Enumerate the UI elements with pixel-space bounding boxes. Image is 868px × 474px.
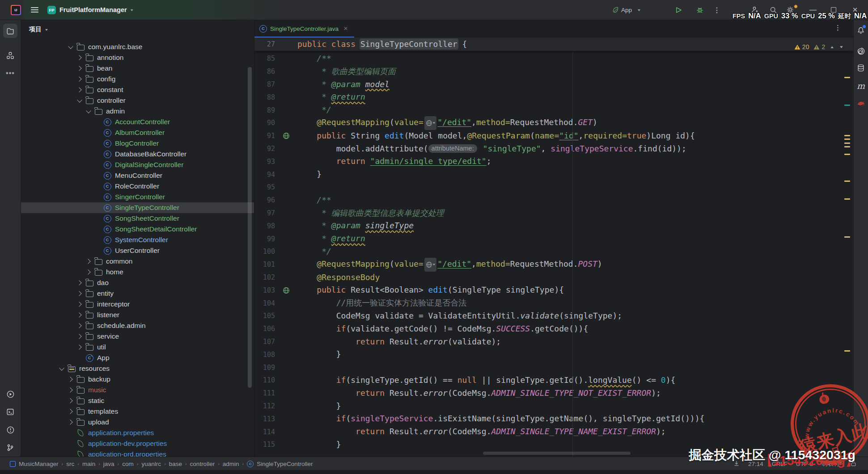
code-line[interactable]: 104 //用统一验证实体方法验证是否合法: [254, 297, 854, 310]
code-line[interactable]: 86 * 歌曲类型编辑页面: [254, 65, 854, 78]
chevron-collapsed-icon[interactable]: [76, 312, 81, 317]
line-number[interactable]: 107: [254, 338, 275, 346]
line-number[interactable]: 27: [254, 40, 275, 48]
line-number[interactable]: 101: [254, 260, 275, 268]
error-stripe-mark[interactable]: [844, 236, 850, 238]
chevron-expanded-icon[interactable]: [86, 108, 91, 113]
tree-item-entity[interactable]: entity: [21, 288, 254, 299]
run-configuration-widget[interactable]: App ▼: [606, 0, 647, 20]
endpoint-globe-icon[interactable]: [275, 132, 297, 139]
chevron-collapsed-icon[interactable]: [68, 409, 72, 414]
line-number[interactable]: 87: [254, 80, 275, 88]
endpoint-globe-icon[interactable]: [275, 287, 297, 294]
tree-item-application-prd-properties[interactable]: application-prd.properties: [21, 449, 254, 457]
line-number[interactable]: 94: [254, 171, 275, 179]
debug-button[interactable]: [693, 0, 707, 20]
code-line[interactable]: 105 CodeMsg validate = ValidateEntityUti…: [254, 310, 854, 323]
line-number[interactable]: 109: [254, 364, 275, 372]
tab-singletypecontroller[interactable]: SingleTypeController.java ✕: [254, 20, 354, 38]
line-number[interactable]: 108: [254, 351, 275, 359]
tree-item-digitalsinglecontroller[interactable]: DigitalSingleController: [21, 159, 254, 170]
main-menu-icon[interactable]: [31, 7, 38, 13]
line-number[interactable]: 105: [254, 312, 275, 320]
tab-close-icon[interactable]: ✕: [343, 25, 348, 32]
chevron-collapsed-icon[interactable]: [68, 377, 72, 382]
code-line[interactable]: 89 */: [254, 104, 854, 117]
chevron-collapsed-icon[interactable]: [76, 291, 81, 296]
line-number[interactable]: 88: [254, 93, 275, 101]
tree-item-singletypecontroller[interactable]: SingleTypeController: [21, 202, 254, 213]
code-line[interactable]: 96 /**: [254, 194, 854, 207]
breadcrumb-item[interactable]: com: [122, 461, 134, 467]
tree-item-util[interactable]: util: [21, 342, 254, 352]
error-stripe-mark[interactable]: [844, 198, 850, 200]
tree-item-music[interactable]: music: [21, 385, 254, 395]
weak-war­nings-count[interactable]: 2: [813, 43, 825, 50]
tree-item-systemcontroller[interactable]: SystemController: [21, 235, 254, 245]
sticky-code-line[interactable]: 27public class SingleTypeController {: [254, 38, 467, 51]
inspections-widget[interactable]: 20 2 ▲ ▼: [794, 43, 844, 50]
code-line[interactable]: 85 /**: [254, 52, 854, 65]
code-line[interactable]: 95: [254, 181, 854, 194]
error-stripe-mark[interactable]: [844, 138, 850, 140]
tree-item-listener[interactable]: listener: [21, 310, 254, 320]
project-panel-title[interactable]: 项目: [29, 25, 42, 34]
code-line[interactable]: 114 return Result.error(CodeMsg.ADMIN_SI…: [254, 425, 854, 438]
horizontal-scrollbar[interactable]: [483, 452, 631, 455]
line-number[interactable]: 100: [254, 247, 275, 256]
code-line[interactable]: 113 if(singleTypeService.isExistName(sin…: [254, 412, 854, 425]
code-line[interactable]: 87 * @param model: [254, 78, 854, 91]
more-actions-icon[interactable]: ⋮: [711, 0, 723, 20]
terminal-tool-icon[interactable]: [3, 405, 17, 419]
line-number[interactable]: 85: [254, 55, 275, 63]
git-tool-icon[interactable]: [3, 440, 17, 455]
breadcrumb-item[interactable]: java: [103, 461, 114, 467]
warnings-count[interactable]: 20: [794, 43, 809, 50]
line-number[interactable]: 115: [254, 440, 275, 449]
tree-item-blogcontroller[interactable]: BlogController: [21, 138, 254, 149]
code-line[interactable]: 94 }: [254, 168, 854, 181]
code-line[interactable]: 107 return Result.error(validate);: [254, 336, 854, 348]
tree-item-bean[interactable]: bean: [21, 63, 254, 74]
line-number[interactable]: 95: [254, 183, 275, 191]
code-line[interactable]: 98 * @param singleType: [254, 219, 854, 232]
breadcrumb-item[interactable]: MusicManager: [19, 461, 59, 467]
tree-scrollbar[interactable]: [248, 67, 252, 388]
tree-item-albumcontroller[interactable]: AlbumController: [21, 127, 254, 138]
error-stripe-mark[interactable]: [844, 154, 850, 155]
chevron-collapsed-icon[interactable]: [68, 398, 72, 403]
url-inlay-globe-icon[interactable]: ▼: [424, 258, 436, 272]
tree-item-songsheetcontroller[interactable]: SongSheetController: [21, 213, 254, 224]
line-number[interactable]: 86: [254, 67, 275, 76]
line-number[interactable]: 110: [254, 376, 275, 384]
breadcrumb-item[interactable]: yuanlrc: [141, 461, 161, 467]
tree-item-home[interactable]: home: [21, 267, 254, 277]
tab-list-icon[interactable]: ⋮: [834, 24, 841, 32]
chevron-collapsed-icon[interactable]: [76, 323, 81, 328]
tree-item-menucontroller[interactable]: MenuController: [21, 170, 254, 181]
chevron-expanded-icon[interactable]: [59, 365, 64, 370]
chevron-collapsed-icon[interactable]: [76, 55, 81, 60]
tree-item-templates[interactable]: templates: [21, 406, 254, 417]
error-stripe-mark[interactable]: [844, 180, 850, 182]
chevron-collapsed-icon[interactable]: [76, 334, 81, 339]
tree-item-static[interactable]: static: [21, 395, 254, 406]
code-line[interactable]: 111 return Result.error(CodeMsg.ADMIN_SI…: [254, 387, 854, 400]
maven-icon[interactable]: m: [854, 79, 868, 93]
code-line[interactable]: 90 @RequestMapping(value=▼"/edit",method…: [254, 117, 854, 130]
chevron-expanded-icon[interactable]: [77, 97, 82, 102]
code-line[interactable]: 108 }: [254, 348, 854, 361]
tree-item-upload[interactable]: upload: [21, 417, 254, 428]
line-number[interactable]: 92: [254, 145, 275, 153]
error-stripe-mark[interactable]: [844, 146, 850, 147]
breadcrumb-item[interactable]: base: [169, 461, 182, 467]
breadcrumb-item[interactable]: controller: [190, 461, 215, 467]
line-number[interactable]: 103: [254, 286, 275, 294]
chevron-collapsed-icon[interactable]: [76, 302, 81, 306]
tree-item-usercontroller[interactable]: UserController: [21, 245, 254, 256]
run-button[interactable]: [672, 0, 685, 20]
plugin-fish-icon[interactable]: [854, 96, 868, 111]
line-number[interactable]: 114: [254, 428, 275, 436]
line-number[interactable]: 98: [254, 222, 275, 230]
code-line[interactable]: 92 model.addAttribute(attributeName: "si…: [254, 143, 854, 155]
